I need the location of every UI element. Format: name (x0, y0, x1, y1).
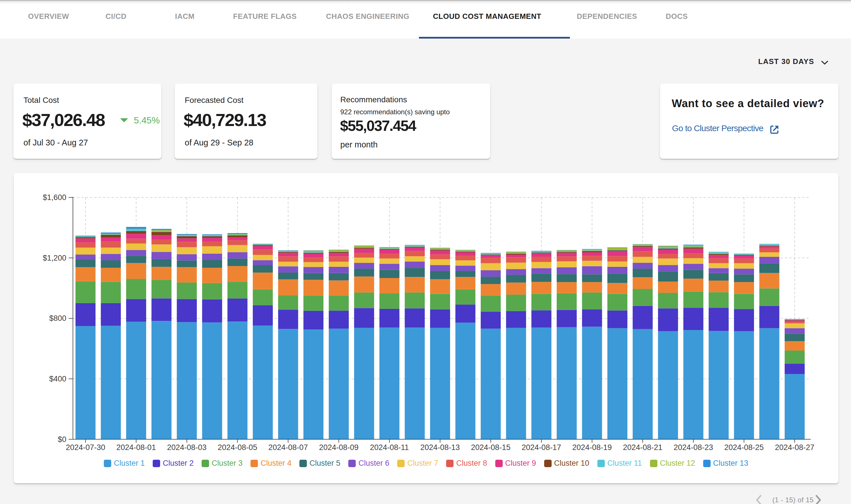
svg-text:2024-08-01: 2024-08-01 (116, 443, 156, 452)
svg-text:2024-08-09: 2024-08-09 (319, 443, 359, 452)
svg-text:2024-08-07: 2024-08-07 (268, 443, 308, 452)
svg-text:2024-08-21: 2024-08-21 (623, 443, 662, 452)
svg-text:2024-08-13: 2024-08-13 (420, 443, 460, 452)
svg-text:$0: $0 (58, 435, 66, 444)
svg-text:2024-08-17: 2024-08-17 (522, 443, 561, 452)
svg-text:2024-08-23: 2024-08-23 (674, 443, 713, 452)
svg-text:$1,600: $1,600 (42, 193, 66, 202)
svg-text:2024-08-05: 2024-08-05 (218, 443, 257, 452)
svg-text:$800: $800 (49, 314, 66, 323)
svg-text:2024-08-25: 2024-08-25 (724, 443, 764, 452)
svg-text:$400: $400 (49, 375, 66, 383)
svg-text:2024-08-11: 2024-08-11 (370, 443, 409, 452)
svg-text:2024-08-15: 2024-08-15 (471, 443, 510, 452)
svg-text:2024-07-30: 2024-07-30 (66, 443, 105, 452)
svg-text:$1,200: $1,200 (42, 254, 66, 262)
svg-text:2024-08-03: 2024-08-03 (167, 443, 206, 452)
svg-text:2024-08-27: 2024-08-27 (775, 443, 814, 452)
svg-text:2024-08-19: 2024-08-19 (572, 443, 612, 452)
